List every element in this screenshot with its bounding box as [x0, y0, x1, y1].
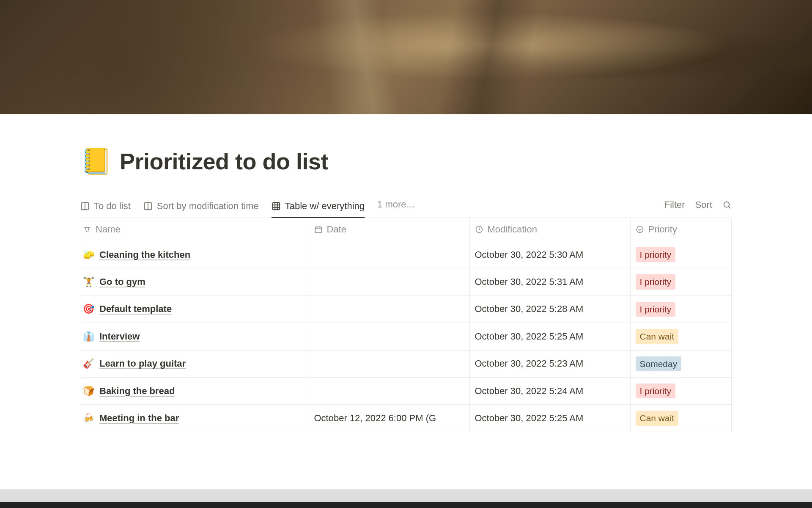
task-emoji: 🏋️ — [83, 276, 94, 287]
cell-modification[interactable]: October 30, 2022 5:23 AM — [469, 350, 630, 377]
task-name: Meeting in the bar — [99, 413, 179, 424]
bottom-bar — [0, 489, 812, 508]
table-row[interactable]: 🍻Meeting in the barOctober 12, 2022 6:00… — [80, 405, 732, 432]
cell-modification[interactable]: October 30, 2022 5:30 AM — [469, 241, 630, 268]
column-label: Date — [327, 224, 346, 235]
cell-name[interactable]: 🍻Meeting in the bar — [80, 405, 309, 432]
cell-date[interactable] — [309, 295, 469, 323]
task-name: Cleaning the kitchen — [99, 249, 190, 260]
task-name: Learn to play guitar — [99, 358, 186, 369]
svg-rect-11 — [315, 227, 321, 232]
table-header-row: Name Date Modi — [80, 218, 732, 241]
cell-name[interactable]: 🎯Default template — [80, 295, 309, 323]
priority-tag: Can wait — [636, 329, 679, 344]
views-bar: To do list Sort by modification time Tab… — [80, 197, 732, 218]
cell-modification[interactable]: October 30, 2022 5:28 AM — [469, 295, 630, 323]
svg-point-9 — [724, 202, 730, 207]
cell-name[interactable]: 🧽Cleaning the kitchen — [80, 241, 309, 268]
svg-line-10 — [729, 207, 731, 209]
cell-name[interactable]: 🏋️Go to gym — [80, 268, 309, 295]
cell-date[interactable] — [309, 268, 469, 295]
view-tab-table-everything[interactable]: Table w/ everything — [272, 197, 365, 218]
task-name: Baking the bread — [99, 386, 175, 397]
priority-tag: Someday — [636, 356, 682, 371]
task-name: Default template — [99, 304, 172, 315]
board-icon — [80, 202, 90, 211]
svg-rect-4 — [272, 203, 280, 210]
clock-icon — [475, 225, 483, 234]
cell-date[interactable] — [309, 377, 469, 404]
cell-priority[interactable]: Someday — [630, 350, 732, 377]
tasks-table: Name Date Modi — [80, 218, 732, 432]
views-actions: Filter Sort — [664, 199, 732, 215]
cell-name[interactable]: 🎸Learn to play guitar — [80, 350, 309, 377]
cell-priority[interactable]: I priority — [630, 295, 732, 323]
cell-modification[interactable]: October 30, 2022 5:24 AM — [469, 377, 630, 404]
svg-point-16 — [636, 226, 643, 233]
filter-button[interactable]: Filter — [664, 199, 685, 210]
column-header-priority[interactable]: Priority — [630, 218, 732, 241]
view-tab-todo-list[interactable]: To do list — [80, 197, 131, 218]
column-header-date[interactable]: Date — [309, 218, 469, 241]
cell-date[interactable] — [309, 323, 469, 350]
cell-priority[interactable]: Can wait — [630, 405, 732, 432]
cell-date[interactable] — [309, 350, 469, 377]
task-emoji: 👔 — [83, 331, 94, 342]
table-row[interactable]: 👔InterviewOctober 30, 2022 5:25 AMCan wa… — [80, 323, 732, 350]
table-row[interactable]: 🎸Learn to play guitarOctober 30, 2022 5:… — [80, 350, 732, 377]
priority-tag: I priority — [636, 274, 676, 289]
cell-priority[interactable]: I priority — [630, 377, 732, 404]
task-emoji: 🎯 — [83, 304, 94, 315]
cell-modification[interactable]: October 30, 2022 5:25 AM — [469, 405, 630, 432]
task-emoji: 🎸 — [83, 358, 94, 369]
column-label: Name — [96, 224, 121, 235]
task-name: Interview — [99, 331, 140, 342]
cell-date[interactable]: October 12, 2022 6:00 PM (G — [309, 405, 469, 432]
column-header-name[interactable]: Name — [80, 218, 309, 241]
cell-modification[interactable]: October 30, 2022 5:25 AM — [469, 323, 630, 350]
page-header: 📒 Prioritized to do list — [80, 148, 732, 174]
cell-name[interactable]: 👔Interview — [80, 323, 309, 350]
task-emoji: 🧽 — [83, 249, 94, 260]
cell-date[interactable] — [309, 241, 469, 268]
view-tab-label: Table w/ everything — [285, 201, 365, 212]
task-name: Go to gym — [99, 276, 145, 287]
search-icon[interactable] — [722, 200, 732, 210]
task-emoji: 🍞 — [83, 386, 94, 397]
page-icon[interactable]: 📒 — [80, 149, 112, 174]
calendar-icon — [314, 225, 323, 234]
table-row[interactable]: 🎯Default templateOctober 30, 2022 5:28 A… — [80, 295, 732, 323]
board-icon — [143, 202, 153, 211]
table-row[interactable]: 🍞Baking the breadOctober 30, 2022 5:24 A… — [80, 377, 732, 404]
sort-button[interactable]: Sort — [695, 199, 712, 210]
view-tab-sort-by-modification[interactable]: Sort by modification time — [143, 197, 259, 218]
table-row[interactable]: 🧽Cleaning the kitchenOctober 30, 2022 5:… — [80, 241, 732, 268]
column-label: Priority — [648, 224, 677, 235]
priority-tag: Can wait — [636, 411, 679, 425]
task-emoji: 🍻 — [83, 413, 94, 424]
text-icon — [83, 225, 91, 234]
cell-modification[interactable]: October 30, 2022 5:31 AM — [469, 268, 630, 295]
table-icon — [272, 202, 281, 211]
column-header-modification[interactable]: Modification — [469, 218, 630, 241]
cell-name[interactable]: 🍞Baking the bread — [80, 377, 309, 404]
column-label: Modification — [488, 224, 537, 235]
cell-priority[interactable]: I priority — [630, 241, 732, 268]
table-row[interactable]: 🏋️Go to gymOctober 30, 2022 5:31 AMI pri… — [80, 268, 732, 295]
select-icon — [636, 225, 644, 234]
more-views-button[interactable]: 1 more… — [377, 199, 415, 216]
priority-tag: I priority — [636, 384, 676, 398]
priority-tag: I priority — [636, 247, 676, 262]
cell-priority[interactable]: Can wait — [630, 323, 732, 350]
cover-image — [0, 0, 812, 114]
cell-priority[interactable]: I priority — [630, 268, 732, 295]
priority-tag: I priority — [636, 302, 676, 317]
page-title[interactable]: Prioritized to do list — [120, 148, 328, 174]
view-tab-label: Sort by modification time — [157, 201, 259, 212]
view-tab-label: To do list — [94, 201, 131, 212]
